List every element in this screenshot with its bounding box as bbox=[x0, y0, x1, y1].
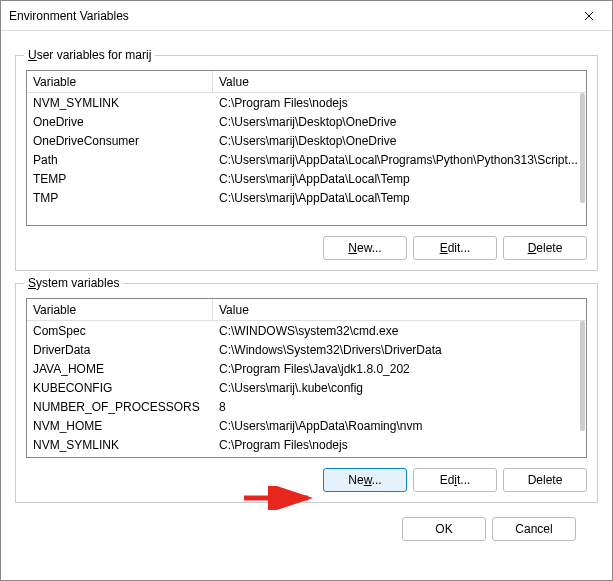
cancel-button[interactable]: Cancel bbox=[492, 517, 576, 541]
user-delete-button[interactable]: Delete bbox=[503, 236, 587, 260]
column-value[interactable]: Value bbox=[213, 75, 586, 89]
user-variables-group: User variables for marij Variable Value … bbox=[15, 55, 598, 271]
column-variable[interactable]: Variable bbox=[27, 71, 213, 92]
table-row[interactable]: NVM_SYMLINKC:\Program Files\nodejs bbox=[27, 435, 586, 454]
table-body: NVM_SYMLINKC:\Program Files\nodejs OneDr… bbox=[27, 93, 586, 207]
user-edit-button[interactable]: Edit... bbox=[413, 236, 497, 260]
close-icon bbox=[584, 11, 594, 21]
table-row[interactable]: KUBECONFIGC:\Users\marij\.kube\config bbox=[27, 378, 586, 397]
dialog-footer: OK Cancel bbox=[15, 503, 598, 541]
table-row[interactable]: OneDriveC:\Users\marij\Desktop\OneDrive bbox=[27, 112, 586, 131]
system-new-button[interactable]: New... bbox=[323, 468, 407, 492]
table-row[interactable]: JAVA_HOMEC:\Program Files\Java\jdk1.8.0_… bbox=[27, 359, 586, 378]
table-body: ComSpecC:\WINDOWS\system32\cmd.exe Drive… bbox=[27, 321, 586, 454]
scrollbar-thumb[interactable] bbox=[580, 321, 585, 431]
system-variables-table[interactable]: Variable Value ComSpecC:\WINDOWS\system3… bbox=[26, 298, 587, 458]
column-value[interactable]: Value bbox=[213, 303, 586, 317]
column-variable[interactable]: Variable bbox=[27, 299, 213, 320]
table-header: Variable Value bbox=[27, 71, 586, 93]
user-new-button[interactable]: New... bbox=[323, 236, 407, 260]
table-row[interactable]: ComSpecC:\WINDOWS\system32\cmd.exe bbox=[27, 321, 586, 340]
table-row[interactable]: DriverDataC:\Windows\System32\Drivers\Dr… bbox=[27, 340, 586, 359]
table-row[interactable]: NVM_SYMLINKC:\Program Files\nodejs bbox=[27, 93, 586, 112]
user-variables-legend: User variables for marij bbox=[24, 48, 155, 62]
system-variables-legend: System variables bbox=[24, 276, 123, 290]
user-buttons-row: New... Edit... Delete bbox=[26, 236, 587, 260]
ok-button[interactable]: OK bbox=[402, 517, 486, 541]
table-row[interactable]: TEMPC:\Users\marij\AppData\Local\Temp bbox=[27, 169, 586, 188]
scrollbar-thumb[interactable] bbox=[580, 93, 585, 203]
system-buttons-row: New... Edit... Delete bbox=[26, 468, 587, 492]
system-edit-button[interactable]: Edit... bbox=[413, 468, 497, 492]
system-variables-group: System variables Variable Value ComSpecC… bbox=[15, 283, 598, 503]
content-area: User variables for marij Variable Value … bbox=[1, 31, 612, 541]
table-row[interactable]: NVM_HOMEC:\Users\marij\AppData\Roaming\n… bbox=[27, 416, 586, 435]
titlebar: Environment Variables bbox=[1, 1, 612, 31]
table-row[interactable]: PathC:\Users\marij\AppData\Local\Program… bbox=[27, 150, 586, 169]
table-row[interactable]: OneDriveConsumerC:\Users\marij\Desktop\O… bbox=[27, 131, 586, 150]
table-row[interactable]: NUMBER_OF_PROCESSORS8 bbox=[27, 397, 586, 416]
system-delete-button[interactable]: Delete bbox=[503, 468, 587, 492]
table-row[interactable]: TMPC:\Users\marij\AppData\Local\Temp bbox=[27, 188, 586, 207]
close-button[interactable] bbox=[566, 1, 612, 31]
table-header: Variable Value bbox=[27, 299, 586, 321]
window-title: Environment Variables bbox=[9, 9, 129, 23]
user-variables-table[interactable]: Variable Value NVM_SYMLINKC:\Program Fil… bbox=[26, 70, 587, 226]
